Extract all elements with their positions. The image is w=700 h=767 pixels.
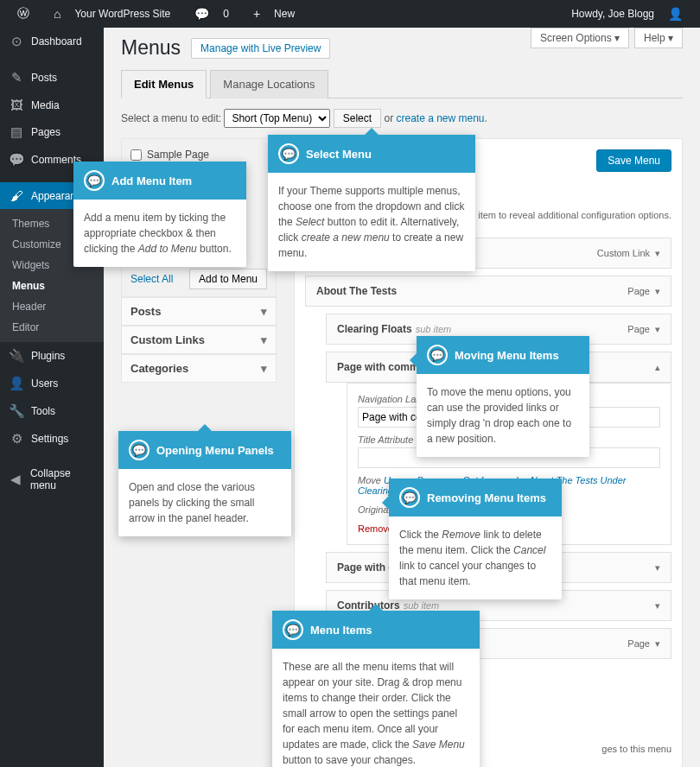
admin-sidebar: ⊙Dashboard ✎Posts 🖾Media ▤Pages 💬Comment… xyxy=(0,28,104,767)
tooltip-add-item: 💬Add Menu Item Add a menu item by tickin… xyxy=(73,162,246,267)
posts-panel-head[interactable]: Posts▾ xyxy=(121,297,277,326)
chevron-down-icon: ▾ xyxy=(655,324,660,335)
sidebar-users[interactable]: 👤Users xyxy=(0,370,104,397)
sub-header[interactable]: Header xyxy=(0,296,104,317)
page-checkbox[interactable]: Sample Page xyxy=(130,146,267,163)
sidebar-settings[interactable]: ⚙Settings xyxy=(0,425,104,453)
chevron-down-icon: ▾ xyxy=(655,562,660,574)
select-all-link[interactable]: Select All xyxy=(130,273,173,285)
remove-link[interactable]: Remove xyxy=(358,523,393,534)
menu-item[interactable]: About The TestsPage▾ xyxy=(305,276,671,307)
tip-icon: 💬 xyxy=(84,170,105,191)
chevron-down-icon: ▾ xyxy=(655,600,660,612)
page-title: Menus xyxy=(121,36,181,60)
wp-logo[interactable]: ⓦ xyxy=(7,6,40,22)
site-link[interactable]: ⌂Your WordPress Site xyxy=(43,7,181,21)
chevron-up-icon: ▴ xyxy=(655,362,660,373)
tab-manage-locations[interactable]: Manage Locations xyxy=(210,70,328,98)
tooltip-open-panels: 💬Opening Menu Panels Open and close the … xyxy=(118,431,291,536)
custom-links-panel-head[interactable]: Custom Links▾ xyxy=(121,326,277,354)
tooltip-remove: 💬Removing Menu Items Click the Remove li… xyxy=(389,479,562,599)
sidebar-pages[interactable]: ▤Pages xyxy=(0,118,104,146)
tooltip-items: 💬Menu Items These are all the menu items… xyxy=(272,611,480,767)
tooltip-moving: 💬Moving Menu Items To move the menu opti… xyxy=(417,336,589,457)
select-label: Select a menu to edit: xyxy=(121,112,221,124)
chevron-down-icon: ▾ xyxy=(261,333,267,346)
sidebar-media[interactable]: 🖾Media xyxy=(0,92,104,118)
chevron-down-icon: ▾ xyxy=(655,638,660,650)
chevron-down-icon: ▾ xyxy=(261,362,267,375)
chevron-down-icon: ▾ xyxy=(261,305,267,318)
menu-select[interactable]: Short (Top Menu) xyxy=(224,109,330,128)
help-button[interactable]: Help ▾ xyxy=(634,28,683,48)
main-content: Screen Options ▾ Help ▾ Menus Manage wit… xyxy=(104,28,700,767)
categories-panel-head[interactable]: Categories▾ xyxy=(121,354,277,383)
sub-editor[interactable]: Editor xyxy=(0,317,104,338)
nav-tabs: Edit Menus Manage Locations xyxy=(121,70,683,98)
add-to-menu-button[interactable]: Add to Menu xyxy=(189,269,267,289)
sidebar-dashboard[interactable]: ⊙Dashboard xyxy=(0,28,104,55)
sidebar-tools[interactable]: 🔧Tools xyxy=(0,397,104,425)
tip-icon: 💬 xyxy=(399,487,420,508)
howdy-link[interactable]: Howdy, Joe Blogg👤 xyxy=(561,7,693,21)
select-menu-row: Select a menu to edit: Short (Top Menu) … xyxy=(121,98,683,138)
tip-icon: 💬 xyxy=(283,619,303,640)
admin-bar: ⓦ ⌂Your WordPress Site 💬0 +New Howdy, Jo… xyxy=(0,0,700,28)
create-menu-link[interactable]: create a new menu xyxy=(396,112,484,124)
chevron-down-icon: ▾ xyxy=(655,248,660,259)
tip-icon: 💬 xyxy=(129,440,150,460)
live-preview-link[interactable]: Manage with Live Preview xyxy=(191,38,330,59)
sub-menus[interactable]: Menus xyxy=(0,276,104,296)
tip-icon: 💬 xyxy=(278,143,299,164)
tip-icon: 💬 xyxy=(427,345,448,365)
tab-edit-menus[interactable]: Edit Menus xyxy=(121,70,207,98)
sidebar-plugins[interactable]: 🔌Plugins xyxy=(0,342,104,370)
comments-link[interactable]: 💬0 xyxy=(184,7,239,21)
sidebar-posts[interactable]: ✎Posts xyxy=(0,64,104,92)
sidebar-collapse[interactable]: ◀Collapse menu xyxy=(0,461,104,498)
screen-options-button[interactable]: Screen Options ▾ xyxy=(531,28,629,48)
new-link[interactable]: +New xyxy=(243,7,305,21)
save-menu-button[interactable]: Save Menu xyxy=(596,149,671,172)
tooltip-select-menu: 💬Select Menu If your Theme supports mult… xyxy=(268,135,475,271)
chevron-down-icon: ▾ xyxy=(655,286,660,297)
